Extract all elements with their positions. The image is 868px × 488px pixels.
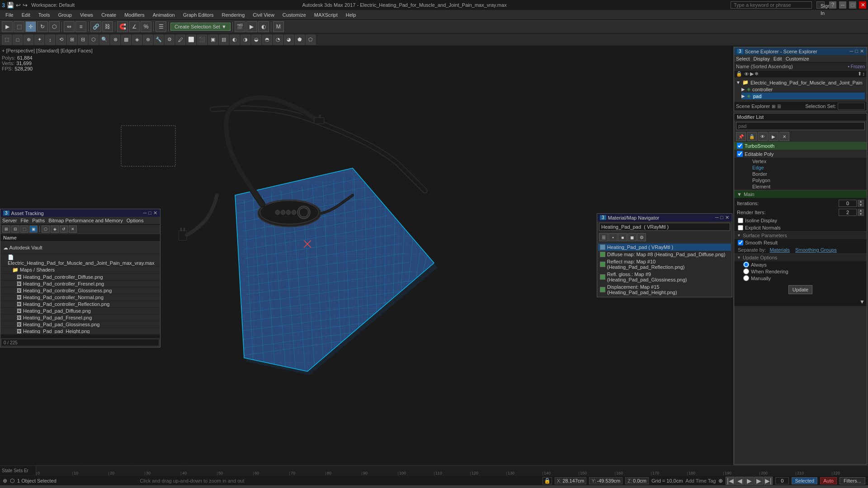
mod-ts-visible-check[interactable] — [737, 143, 743, 149]
se-close[interactable]: ✕ — [860, 48, 864, 54]
at-item-name[interactable]: ☁ Autodesk Vault — [0, 242, 157, 254]
at-item-name[interactable]: 📁 Maps / Shaders — [0, 267, 157, 274]
at-icon-btn-3[interactable]: ⬚ — [20, 225, 28, 233]
mod-btn-delete[interactable]: ✕ — [779, 132, 789, 141]
mat-btn-large[interactable]: ◼ — [627, 233, 637, 241]
sb-icon-2[interactable]: ⬡ — [10, 478, 14, 484]
sec-btn-9[interactable]: ⬡ — [89, 35, 99, 45]
frame-input[interactable] — [775, 477, 789, 484]
tree-item-controller[interactable]: ▶ ◈ controller — [741, 86, 865, 93]
ts-explicit-check[interactable] — [738, 225, 743, 230]
sec-btn-18[interactable]: ⬜ — [186, 35, 196, 45]
se-sel-set-input[interactable] — [838, 103, 865, 110]
at-restore-icon[interactable]: □ — [148, 210, 151, 216]
timeline-track[interactable]: 0102030405060708090100110120130140150160… — [36, 466, 868, 475]
mat-name-input[interactable] — [599, 223, 730, 231]
select-rotate-btn[interactable]: ↻ — [37, 21, 48, 32]
menu-rendering[interactable]: Rendering — [218, 11, 249, 19]
mat-btn-list[interactable]: ☰ — [599, 233, 608, 241]
sec-btn-5[interactable]: ↕ — [45, 35, 55, 45]
selected-btn[interactable]: Selected — [792, 477, 817, 484]
sec-btn-16[interactable]: ⚙ — [165, 35, 175, 45]
at-item-name[interactable]: 🖼 Heating_Pad_controller_Diffuse.png — [0, 274, 157, 281]
se-freeze-icon[interactable]: ❄ — [755, 71, 759, 77]
menu-group[interactable]: Group — [54, 11, 75, 19]
ts-manually-radio[interactable] — [743, 275, 749, 281]
unlink-btn[interactable]: ⛓ — [102, 21, 113, 32]
tree-item-root[interactable]: ▼ 📁 Electric_Heating_Pad_for_Muscle_and_… — [736, 79, 865, 86]
ts-render-iter-down[interactable]: ▼ — [858, 212, 864, 216]
at-icon-btn-6[interactable]: ◈ — [51, 225, 59, 233]
se-menu-select[interactable]: Select — [736, 56, 750, 61]
ts-materials-link[interactable]: Materials — [768, 247, 792, 253]
at-icon-btn-1[interactable]: ⊞ — [2, 225, 10, 233]
mod-sub-vertex[interactable]: Vertex — [743, 158, 867, 164]
mat-nav-minimize[interactable]: ─ — [715, 215, 719, 221]
se-menu-customize[interactable]: Customize — [786, 56, 809, 61]
sec-btn-28[interactable]: ⬟ — [295, 35, 305, 45]
mod-btn-lock[interactable]: 🔒 — [747, 132, 757, 141]
sign-in-button[interactable]: Sign In — [816, 1, 825, 9]
ts-iter-up[interactable]: ▲ — [858, 200, 864, 203]
se-menu-edit[interactable]: Edit — [774, 56, 782, 61]
menu-tools[interactable]: Tools — [35, 11, 54, 19]
ts-isoline-check[interactable] — [738, 218, 743, 223]
at-menu-server[interactable]: Server — [2, 218, 17, 223]
at-icon-btn-2[interactable]: ⊟ — [11, 225, 19, 233]
menu-customize[interactable]: Customize — [279, 11, 310, 19]
mat-list-item[interactable]: Reflect map: Map #10 (Heating_Pad_pad_Re… — [598, 258, 731, 271]
sec-btn-23[interactable]: ◑ — [241, 35, 250, 45]
sec-btn-26[interactable]: ◔ — [273, 35, 283, 45]
sec-btn-24[interactable]: ◒ — [251, 35, 261, 45]
ts-scroll-down-icon[interactable]: ▼ — [859, 299, 865, 305]
viewport[interactable]: + [Perspective] [Standard] [Edged Faces]… — [0, 46, 732, 465]
mod-btn-display[interactable]: 👁 — [758, 132, 768, 141]
play-prev-btn[interactable]: ◀ — [735, 477, 744, 485]
sec-btn-10[interactable]: 🔍 — [99, 35, 109, 45]
at-item-name[interactable]: 🖼 Heating_Pad_controller_Glossiness.png — [0, 287, 157, 294]
menu-graph-editors[interactable]: Graph Editors — [179, 11, 217, 19]
sec-btn-19[interactable]: ⬛ — [197, 35, 207, 45]
mod-editablepoly-item[interactable]: Editable Poly — [734, 150, 867, 158]
menu-maxscript[interactable]: MAXScript — [311, 11, 341, 19]
mat-list-item[interactable]: Fresnel IOR: Map #14 (Heating_Pad_pad_Fr… — [598, 296, 731, 297]
create-selection-set-btn[interactable]: Create Selection Set ▼ — [170, 23, 231, 31]
sec-btn-29[interactable]: ⬠ — [306, 35, 316, 45]
mat-nav-close[interactable]: ✕ — [725, 215, 729, 221]
ts-iter-input[interactable] — [839, 200, 857, 207]
sec-btn-25[interactable]: ◓ — [262, 35, 272, 45]
at-item-name[interactable]: 🖼 Heating_Pad_controller_Normal.png — [0, 294, 157, 301]
snap-toggle-btn[interactable]: 🧲 — [117, 21, 128, 32]
at-menu-paths[interactable]: Paths — [32, 218, 45, 223]
at-menu-file[interactable]: File — [20, 218, 28, 223]
render-btn[interactable]: ▶ — [246, 21, 257, 32]
mat-list-item[interactable]: Heating_Pad_pad ( VRayMtl ) — [598, 244, 731, 251]
mod-sub-element[interactable]: Element — [743, 183, 867, 190]
at-minimize-icon[interactable]: ─ — [143, 210, 147, 216]
sec-btn-15[interactable]: 🔧 — [154, 35, 164, 45]
save-icon[interactable]: 💾 — [7, 2, 14, 9]
at-item-name[interactable]: 📄 Electric_Heating_Pad_for_Muscle_and_Jo… — [0, 254, 157, 267]
at-item-name[interactable]: 🖼 Heating_Pad_pad_Glossiness.png — [0, 321, 157, 328]
mod-sub-edge[interactable]: Edge — [743, 164, 867, 171]
mat-list-item[interactable]: Displacement: Map #15 (Heating_Pad_pad_H… — [598, 283, 731, 296]
at-icon-btn-8[interactable]: ✕ — [69, 225, 77, 233]
angle-snap-btn[interactable]: ∠ — [129, 21, 140, 32]
mod-turbosmooth-item[interactable]: TurboSmooth — [734, 142, 867, 150]
link-btn[interactable]: 🔗 — [90, 21, 101, 32]
ts-update-button[interactable]: Update — [788, 285, 812, 294]
add-time-tag-btn[interactable]: Add Time Tag — [685, 478, 716, 483]
ts-smoothing-link[interactable]: Smoothing Groups — [793, 247, 839, 253]
align-btn[interactable]: ≡ — [75, 21, 86, 32]
menu-create[interactable]: Create — [98, 11, 120, 19]
keyword-search-input[interactable] — [731, 1, 812, 9]
mod-btn-render[interactable]: ▶ — [769, 132, 778, 141]
percent-snap-btn[interactable]: % — [141, 21, 151, 32]
se-bottom-icon-1[interactable]: ⊞ — [772, 104, 775, 109]
select-scale-btn[interactable]: ⬡ — [49, 21, 60, 32]
sec-btn-13[interactable]: ◈ — [132, 35, 142, 45]
sec-btn-2[interactable]: □ — [13, 35, 23, 45]
se-tool-2[interactable]: ↕ — [863, 71, 865, 77]
at-icon-btn-7[interactable]: ↺ — [60, 225, 68, 233]
mod-btn-pin[interactable]: 📌 — [736, 132, 746, 141]
